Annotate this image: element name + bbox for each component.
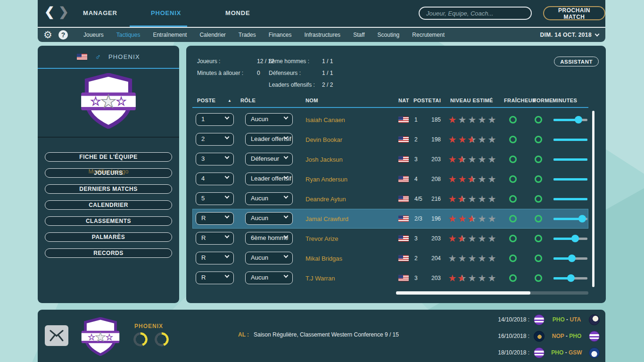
slot-select[interactable]: 4 — [196, 173, 234, 185]
sidebar-button[interactable]: PALMARÈS — [45, 232, 172, 242]
role-select[interactable]: Défenseur — [245, 153, 293, 165]
main-tab-monde[interactable]: MONDE — [225, 9, 250, 16]
slider-thumb[interactable] — [568, 255, 576, 262]
sidebar-button[interactable]: CLASSEMENTS — [45, 216, 172, 226]
match-row[interactable]: 16/10/2018 : NOP - PHO — [498, 330, 600, 342]
player-name[interactable]: Trevor Arize — [305, 235, 339, 242]
nav-back-icon[interactable]: ❮ — [44, 5, 55, 19]
horizontal-scrollbar-thumb[interactable] — [396, 291, 530, 295]
player-row[interactable]: R Aucun T.J Warran 3 203 ★★★★★★ — [192, 268, 588, 288]
player-row[interactable]: 2 Leader offensif Devin Bookar 2 198 ★★★… — [192, 130, 588, 149]
sub-tab-staff[interactable]: Staff — [353, 32, 364, 38]
col-forme[interactable]: FORME — [533, 98, 553, 103]
slider-thumb[interactable] — [571, 235, 579, 242]
col-poste-slot[interactable]: POSTE — [197, 98, 215, 103]
main-tab-phoenix[interactable]: PHOENIX — [151, 9, 181, 16]
role-select[interactable]: Aucun — [245, 252, 293, 264]
player-row[interactable]: 4 Leader offensif Ryan Andersun 4 208 ★★… — [192, 169, 588, 189]
minutes-slider[interactable] — [553, 195, 587, 203]
gear-icon[interactable]: ⚙ — [43, 29, 52, 41]
slot-select[interactable]: R — [196, 232, 234, 245]
sub-tab-scouting[interactable]: Scouting — [378, 32, 400, 38]
match-row[interactable]: 14/10/2018 : PHO - UTA — [498, 314, 600, 325]
slot-select[interactable]: 5 — [196, 192, 234, 205]
main-tab-manager[interactable]: MANAGER — [83, 9, 117, 16]
team-logo[interactable]: ★ ★ ★ — [38, 73, 179, 129]
date-widget[interactable]: DIM. 14 OCT. 2018 — [540, 28, 599, 42]
slider-thumb[interactable] — [567, 274, 575, 282]
minutes-slider[interactable] — [553, 254, 587, 263]
sub-tab-entraînement[interactable]: Entraînement — [153, 32, 187, 38]
slot-select[interactable]: 1 — [196, 113, 234, 126]
slot-select[interactable]: R — [196, 252, 234, 264]
role-select[interactable]: Leader offensif — [245, 133, 293, 146]
sub-tab-infrastructures[interactable]: Infrastructures — [304, 32, 340, 38]
minutes-slider[interactable] — [553, 175, 587, 183]
player-row[interactable]: 3 Défenseur Josh Jacksun 3 203 ★★★★★★ — [192, 149, 588, 169]
col-fraicheur[interactable]: FRAÎCHEUR — [504, 98, 536, 103]
col-niveau[interactable]: NIVEAU ESTIMÉ — [450, 98, 493, 103]
player-name[interactable]: Devin Bookar — [305, 136, 342, 143]
player-name[interactable]: Deandre Aytun — [305, 196, 346, 203]
player-name[interactable]: T.J Warran — [305, 275, 335, 282]
player-name[interactable]: Jamal Crawfurd — [305, 215, 348, 222]
col-minutes[interactable]: MINUTES — [553, 98, 577, 103]
col-poste[interactable]: POSTE — [413, 98, 432, 103]
match-row[interactable]: 18/10/2018 : PHO - GSW — [498, 347, 600, 358]
role-select[interactable]: Aucun — [245, 272, 293, 284]
sidebar-button[interactable]: CALENDRIER — [45, 200, 172, 210]
next-match-button[interactable]: PROCHAIN MATCH — [543, 6, 605, 20]
nav-forward-icon[interactable]: ❯ — [58, 5, 69, 19]
player-name[interactable]: Isaiah Canaen — [305, 116, 345, 123]
slot-select[interactable]: 2 — [196, 133, 234, 146]
slider-thumb[interactable] — [578, 215, 586, 222]
slider-thumb[interactable] — [575, 116, 582, 123]
player-row[interactable]: R 6ème homme Trevor Arize 3 203 ★★★★★★ — [192, 229, 588, 248]
bottom-team-logo[interactable]: ★ ★ ★ — [81, 317, 120, 358]
sub-tab-joueurs[interactable]: Joueurs — [83, 32, 104, 38]
sub-tab-tactiques[interactable]: Tactiques — [116, 32, 140, 38]
stat-label: Défenseurs : — [269, 70, 301, 76]
player-row[interactable]: R Aucun Jamal Crawfurd 2/3 196 ★★★★★★ — [192, 209, 588, 229]
player-name[interactable]: Ryan Andersun — [305, 176, 347, 183]
match-date: 18/10/2018 : — [498, 349, 529, 356]
sub-tab-trades[interactable]: Trades — [239, 32, 256, 38]
col-nom[interactable]: NOM — [305, 98, 318, 103]
sidebar-button[interactable]: JOUEURS — [45, 168, 172, 178]
freshness-ring — [509, 175, 517, 183]
horizontal-scrollbar-track[interactable] — [396, 291, 588, 295]
player-row[interactable]: 1 Aucun Isaiah Canaen 1 185 ★★★★★ — [192, 110, 588, 130]
player-name[interactable]: Josh Jacksun — [305, 156, 343, 163]
player-name[interactable]: Mikal Bridgas — [305, 255, 342, 262]
slot-select[interactable]: R — [196, 272, 234, 284]
slot-select[interactable]: 3 — [196, 153, 234, 165]
sidebar-button[interactable]: RECORDS — [45, 248, 172, 258]
slot-select[interactable]: R — [196, 212, 234, 225]
role-select[interactable]: Leader offensif — [245, 173, 293, 185]
col-tai[interactable]: TAI — [432, 98, 441, 103]
role-select[interactable]: 6ème homme — [245, 232, 293, 245]
sub-tab-finances[interactable]: Finances — [269, 32, 292, 38]
search-input[interactable] — [419, 7, 532, 20]
sub-tab-calendrier[interactable]: Calendrier — [199, 32, 225, 38]
col-nat[interactable]: NAT — [398, 98, 409, 103]
role-select[interactable]: Aucun — [245, 192, 293, 205]
help-icon[interactable]: ? — [58, 30, 68, 40]
col-role[interactable]: RÔLE — [240, 98, 256, 103]
minutes-slider[interactable] — [553, 135, 587, 144]
minutes-slider[interactable] — [553, 274, 587, 282]
role-select[interactable]: Aucun — [245, 212, 293, 225]
assistant-button[interactable]: ASSISTANT — [554, 57, 599, 66]
role-select[interactable]: Aucun — [245, 113, 293, 126]
mail-button[interactable] — [45, 325, 68, 346]
minutes-slider[interactable] — [553, 214, 587, 223]
vertical-scrollbar[interactable] — [592, 111, 594, 287]
player-row[interactable]: R Aucun Mikal Bridgas 2 204 ★★★★★ — [192, 248, 588, 268]
sub-tab-recrutement[interactable]: Recrutement — [412, 32, 445, 38]
sidebar-button[interactable]: DERNIERS MATCHS — [45, 184, 172, 194]
minutes-slider[interactable] — [553, 234, 587, 243]
sidebar-button[interactable]: FICHE DE L'ÉQUIPE — [45, 152, 172, 162]
player-row[interactable]: 5 Aucun Deandre Aytun 4/5 216 ★★★★★★ — [192, 189, 588, 209]
minutes-slider[interactable] — [553, 155, 587, 164]
minutes-slider[interactable] — [553, 115, 587, 124]
